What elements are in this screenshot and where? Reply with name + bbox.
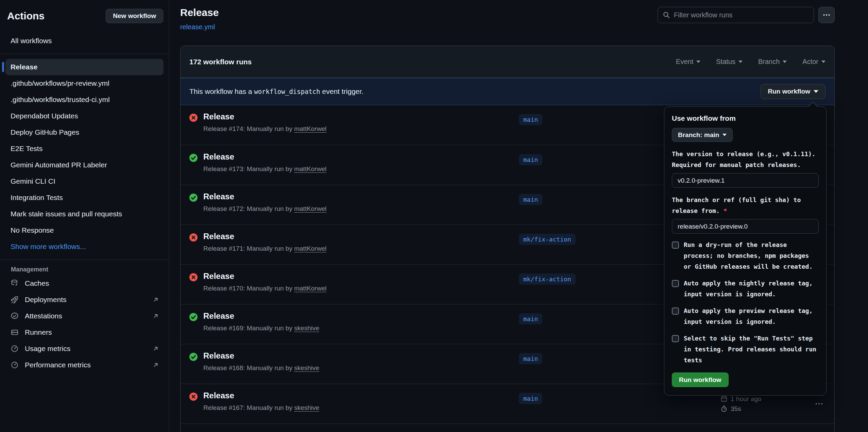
run-title-link[interactable]: Release <box>203 232 234 241</box>
sidebar-item-management[interactable]: Caches <box>5 275 164 292</box>
external-link-icon <box>152 362 159 368</box>
checkbox-label: Run a dry-run of the release process; no… <box>684 239 819 272</box>
run-title-link[interactable]: Release <box>203 271 234 281</box>
management-icon <box>11 328 19 336</box>
filter-runs-search[interactable] <box>658 7 814 23</box>
filter-dropdown-label: Actor <box>802 58 818 66</box>
sidebar-item-all-workflows[interactable]: All workflows <box>5 33 164 49</box>
actor-link[interactable]: skeshive <box>294 404 319 411</box>
dispatch-banner-text: This workflow has a workflow_dispatch ev… <box>189 87 363 96</box>
sidebar-item-workflow[interactable]: Dependabot Updates <box>5 108 164 124</box>
run-title-link[interactable]: Release <box>203 152 234 162</box>
sidebar-item-workflow[interactable]: No Response <box>5 222 164 238</box>
search-icon <box>663 11 670 19</box>
sidebar-item-workflow[interactable]: Gemini CLI CI <box>5 173 164 189</box>
branch-pill[interactable]: main <box>519 313 542 325</box>
checkbox[interactable] <box>672 280 679 287</box>
management-icon <box>11 296 19 304</box>
show-more-workflows-link[interactable]: Show more workflows... <box>5 238 164 255</box>
sidebar-item-management[interactable]: Performance metrics <box>5 357 164 373</box>
run-title-link[interactable]: Release <box>203 311 234 321</box>
filter-dropdown[interactable]: Status <box>716 58 743 66</box>
checkbox-row: Auto apply the nightly release tag, inpu… <box>672 278 819 300</box>
branch-pill[interactable]: main <box>519 114 542 125</box>
panel-checkboxes: Run a dry-run of the release process; no… <box>672 239 819 366</box>
branch-select-button[interactable]: Branch: main <box>672 128 733 142</box>
version-field-label: The version to release (e.g., v0.1.11). … <box>672 149 819 170</box>
sidebar-item-workflow[interactable]: .github/workflows/pr-review.yml <box>5 75 164 92</box>
sidebar-item-workflow[interactable]: .github/workflows/trusted-ci.yml <box>5 92 164 108</box>
management-label: Performance metrics <box>25 361 91 369</box>
checkbox-row: Run a dry-run of the release process; no… <box>672 239 819 272</box>
filter-runs-input[interactable] <box>674 11 809 19</box>
run-description: Release #170: Manually run by mattKorwel <box>203 285 326 292</box>
workflow-label: Mark stale issues and pull requests <box>11 210 122 218</box>
actor-link[interactable]: mattKorwel <box>294 285 326 292</box>
run-title-link[interactable]: Release <box>203 112 234 121</box>
checkbox-row: Auto apply the preview release tag, inpu… <box>672 305 819 327</box>
actor-link[interactable]: mattKorwel <box>294 245 326 252</box>
sidebar-item-workflow[interactable]: Mark stale issues and pull requests <box>5 206 164 222</box>
run-workflow-panel: Use workflow from Branch: main The versi… <box>664 106 827 396</box>
sidebar-item-workflow[interactable]: Deploy GitHub Pages <box>5 124 164 140</box>
sidebar-item-management[interactable]: Attestations <box>5 308 164 324</box>
run-workflow-submit-button[interactable]: Run workflow <box>672 372 729 387</box>
branch-pill[interactable]: main <box>519 154 542 165</box>
management-label: Attestations <box>25 312 62 320</box>
ref-input[interactable] <box>672 219 819 234</box>
branch-pill[interactable]: main <box>519 393 542 404</box>
actor-link[interactable]: mattKorwel <box>294 165 326 172</box>
branch-pill[interactable]: mk/fix-action <box>519 234 576 245</box>
filter-dropdown[interactable]: Event <box>676 58 700 66</box>
branch-pill[interactable]: main <box>519 194 542 205</box>
workflow-label: Dependabot Updates <box>11 112 78 120</box>
sidebar-item-workflow[interactable]: Integration Tests <box>5 189 164 206</box>
version-input[interactable] <box>672 173 819 188</box>
chevron-down-icon <box>738 61 743 63</box>
panel-heading: Use workflow from <box>672 114 819 122</box>
management-label: Caches <box>25 279 49 287</box>
run-title-link[interactable]: Release <box>203 351 234 361</box>
run-description: Release #174: Manually run by mattKorwel <box>203 125 326 133</box>
actor-link[interactable]: skeshive <box>294 325 319 332</box>
branch-pill[interactable]: mk/fix-action <box>519 273 576 285</box>
run-duration: 35s <box>731 405 741 413</box>
checkbox[interactable] <box>672 335 679 342</box>
sidebar-divider <box>0 260 169 260</box>
ref-field-label: The branch or ref (full git sha) to rele… <box>672 195 819 216</box>
run-kebab-button[interactable] <box>814 399 824 409</box>
external-link-icon <box>152 345 159 352</box>
run-workflow-dropdown-button[interactable]: Run workflow <box>761 84 826 99</box>
workflow-file-link[interactable]: release.yml <box>180 23 219 31</box>
filter-dropdown[interactable]: Branch <box>758 58 787 66</box>
sidebar-item-management[interactable]: Usage metrics <box>5 340 164 357</box>
failure-icon <box>189 392 198 401</box>
branch-pill[interactable]: main <box>519 353 542 364</box>
filter-dropdown[interactable]: Actor <box>802 58 826 66</box>
management-icon <box>11 312 19 320</box>
sidebar-item-workflow[interactable]: Release <box>5 59 164 75</box>
sidebar-item-management[interactable]: Runners <box>5 324 164 340</box>
more-options-button[interactable] <box>818 7 835 23</box>
sidebar-item-management[interactable]: Deployments <box>5 292 164 308</box>
actor-link[interactable]: mattKorwel <box>294 205 326 212</box>
run-description: Release #168: Manually run by skeshive <box>203 364 319 372</box>
new-workflow-button[interactable]: New workflow <box>106 9 163 23</box>
page-title: Release <box>180 7 219 18</box>
workflow-label: Integration Tests <box>11 194 63 202</box>
management-icon <box>11 279 19 287</box>
actor-link[interactable]: skeshive <box>294 364 319 371</box>
management-icon <box>11 345 19 353</box>
sidebar-header: Actions New workflow <box>0 7 169 24</box>
run-title-link[interactable]: Release <box>203 391 234 400</box>
checkbox[interactable] <box>672 308 679 315</box>
sidebar-item-workflow[interactable]: Gemini Automated PR Labeler <box>5 157 164 173</box>
checkbox[interactable] <box>672 242 679 249</box>
runs-filters: Event Status Branch Actor <box>676 58 826 66</box>
sidebar-item-workflow[interactable]: E2E Tests <box>5 140 164 157</box>
stopwatch-icon <box>720 405 728 412</box>
checkbox-row: Select to skip the "Run Tests" step in t… <box>672 333 819 366</box>
actor-link[interactable]: mattKorwel <box>294 125 326 132</box>
run-title-link[interactable]: Release <box>203 192 234 201</box>
failure-icon <box>189 273 198 282</box>
